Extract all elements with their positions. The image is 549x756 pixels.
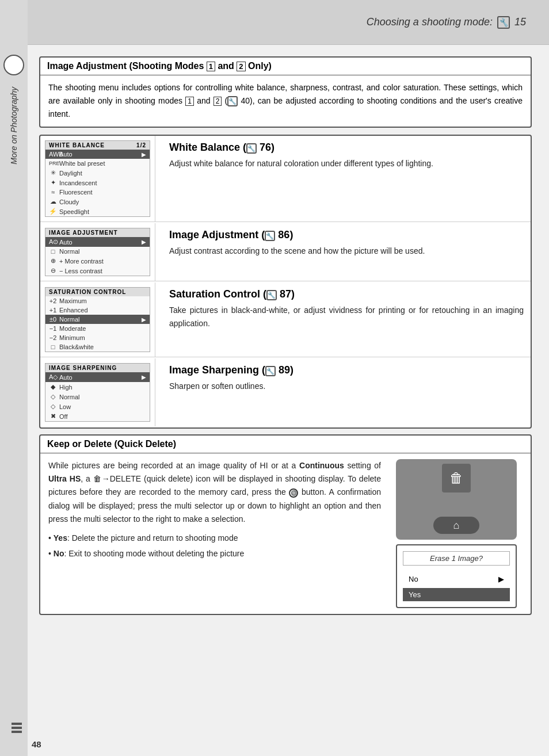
ia-more-contrast[interactable]: ⊕ + More contrast — [45, 256, 150, 266]
bottom-section-title: Keep or Delete (Quick Delete) — [47, 439, 176, 449]
sharp-auto-label: Auto — [59, 374, 73, 381]
cam-menu-sharp: IMAGE SHARPENING A◇ Auto ▶ ◆ High ◇ — [45, 363, 150, 422]
cam-menu-ia-title: IMAGE ADJUSTMENT — [45, 228, 150, 237]
bottom-section: Keep or Delete (Quick Delete) While pict… — [39, 434, 532, 615]
wb-daylight[interactable]: ✳ Daylight — [45, 168, 150, 178]
wb-speedlight-label: Speedlight — [59, 208, 89, 215]
top-section-body: The shooting menu includes options for c… — [40, 75, 531, 127]
ia-less-contrast-label: − Less contrast — [59, 268, 102, 274]
sidebar-bar-1 — [12, 723, 22, 725]
ia-auto-arrow: ▶ — [142, 239, 146, 245]
saturation-menu: SATURATION CONTROL +2 Maximum +1 Enhance… — [40, 282, 155, 357]
wb-desc-text: Adjust white balance for natural colorat… — [169, 157, 524, 170]
cam-menu-wb-title: WHITE BALANCE 1/2 — [45, 141, 150, 150]
wb-incandescent-label: Incandescent — [59, 180, 97, 186]
ia-normal-icon: □ — [49, 248, 57, 255]
panel-image-adjustment: IMAGE ADJUSTMENT A⊙ Auto ▶ □ Normal ⊕ — [40, 223, 531, 281]
page-number: 48 — [32, 739, 41, 749]
sat-bw-icon: □ — [49, 343, 57, 350]
ia-auto[interactable]: A⊙ Auto ▶ — [45, 237, 150, 247]
wb-speedlight[interactable]: ⚡ Speedlight — [45, 207, 150, 216]
header-text: Choosing a shooting mode: 🔧 15 — [367, 16, 526, 29]
sat-maximum[interactable]: +2 Maximum — [45, 296, 150, 306]
sharp-normal[interactable]: ◇ Normal — [45, 392, 150, 402]
sharp-normal-icon: ◇ — [49, 393, 57, 400]
sat-enhanced-icon: +1 — [49, 307, 57, 314]
page: Choosing a shooting mode: 🔧 15 More on P… — [0, 0, 549, 756]
cam-menu-sharp-title: IMAGE SHARPENING — [45, 364, 150, 372]
bottom-image-area: 🗑 ⌂ Erase 1 Image? No ▶ — [390, 459, 523, 608]
main-content: Image Adjustment (Shooting Modes 1 and 2… — [28, 45, 549, 627]
dialog-option-yes[interactable]: Yes — [403, 588, 510, 601]
wb-preset-icon: PRE — [49, 161, 57, 166]
cam-menu-ia: IMAGE ADJUSTMENT A⊙ Auto ▶ □ Normal ⊕ — [45, 228, 150, 276]
wb-desc-title: White Balance (🔧 76) — [169, 142, 524, 154]
sharp-normal-label: Normal — [59, 394, 79, 400]
sat-enhanced-label: Enhanced — [59, 307, 88, 314]
wb-auto[interactable]: AWB Auto ▶ — [45, 150, 150, 159]
bold-no: No — [54, 549, 64, 558]
sharp-auto-icon: A◇ — [49, 373, 57, 381]
sharp-high-label: High — [59, 384, 73, 391]
wb-fluorescent-label: Fluorescent — [59, 189, 92, 196]
sat-maximum-icon: +2 — [49, 297, 57, 304]
sharp-off[interactable]: ✖ Off — [45, 411, 150, 421]
dialog-yes-label: Yes — [409, 590, 421, 599]
sidebar: More on Photography — [0, 0, 28, 756]
camera-selector: ⌂ — [433, 517, 479, 534]
wb-preset-label: White bal preset — [59, 160, 105, 167]
image-adjustment-desc: Image Adjustment (🔧 86) Adjust contrast … — [162, 223, 531, 281]
cam-menu-wb-label: WHITE BALANCE — [49, 142, 105, 148]
ia-less-contrast[interactable]: ⊖ − Less contrast — [45, 266, 150, 276]
sat-moderate-label: Moderate — [59, 325, 86, 332]
trash-button-area: 🗑 — [442, 464, 471, 492]
top-bar: Choosing a shooting mode: 🔧 15 — [0, 0, 549, 45]
wb-preset[interactable]: PRE White bal preset — [45, 159, 150, 168]
wb-cloudy[interactable]: ☁ Cloudy — [45, 197, 150, 207]
cam-menu-sat: SATURATION CONTROL +2 Maximum +1 Enhance… — [45, 287, 150, 352]
wb-cloudy-label: Cloudy — [59, 198, 79, 205]
sat-normal[interactable]: ±0 Normal ▶ — [45, 315, 150, 324]
wb-incandescent[interactable]: ✦ Incandescent — [45, 178, 150, 188]
ia-more-contrast-label: + More contrast — [59, 258, 104, 265]
sat-moderate-icon: −1 — [49, 325, 57, 332]
ia-less-contrast-icon: ⊖ — [49, 267, 57, 274]
selector-icon: ⌂ — [453, 520, 460, 532]
image-adjustment-menu: IMAGE ADJUSTMENT A⊙ Auto ▶ □ Normal ⊕ — [40, 223, 155, 281]
camera-device: 🗑 ⌂ — [396, 459, 517, 540]
sharp-low-icon: ◇ — [49, 403, 57, 410]
saturation-desc: Saturation Control (🔧 87) Take pictures … — [162, 282, 531, 357]
sat-minimum[interactable]: −2 Minimum — [45, 333, 150, 342]
delete-dialog-options: No ▶ Yes — [403, 572, 510, 601]
ia-more-contrast-icon: ⊕ — [49, 257, 57, 265]
wb-fluorescent[interactable]: ≈ Fluorescent — [45, 188, 150, 197]
sat-enhanced[interactable]: +1 Enhanced — [45, 306, 150, 315]
bottom-text: While pictures are being recorded at an … — [48, 459, 381, 608]
dialog-no-arrow: ▶ — [498, 575, 504, 583]
sharp-auto[interactable]: A◇ Auto ▶ — [45, 372, 150, 382]
sharp-desc-title: Image Sharpening (🔧 89) — [169, 364, 524, 376]
wb-auto-icon: AWB — [49, 151, 57, 158]
ia-normal[interactable]: □ Normal — [45, 247, 150, 256]
sharp-low[interactable]: ◇ Low — [45, 402, 150, 411]
sat-bw[interactable]: □ Black&white — [45, 342, 150, 352]
sat-moderate[interactable]: −1 Moderate — [45, 324, 150, 333]
bold-ultra-hs: Ultra HS — [48, 474, 81, 483]
dialog-no-label: No — [409, 575, 418, 583]
wb-daylight-label: Daylight — [59, 170, 82, 177]
bottom-section-body: While pictures are being recorded at an … — [40, 453, 531, 614]
sidebar-bar-3 — [12, 731, 22, 733]
sharpening-desc: Image Sharpening (🔧 89) Sharpen or softe… — [162, 358, 531, 426]
wb-auto-label: Auto — [59, 151, 73, 158]
bullet-no-intro: • No: Exit to shooting mode without dele… — [48, 549, 244, 558]
sharp-high[interactable]: ◆ High — [45, 382, 150, 392]
cam-menu-ia-label: IMAGE ADJUSTMENT — [49, 230, 118, 236]
panel-sharpening: IMAGE SHARPENING A◇ Auto ▶ ◆ High ◇ — [40, 358, 531, 426]
sat-normal-arrow: ▶ — [142, 316, 146, 323]
trash-icon: 🗑 — [449, 470, 463, 486]
sidebar-bars — [12, 723, 22, 733]
sidebar-label: More on Photography — [9, 87, 18, 165]
panels-container: WHITE BALANCE 1/2 AWB Auto ▶ PRE White b… — [39, 135, 532, 429]
sharp-off-label: Off — [59, 413, 67, 420]
dialog-option-no[interactable]: No ▶ — [403, 572, 510, 586]
